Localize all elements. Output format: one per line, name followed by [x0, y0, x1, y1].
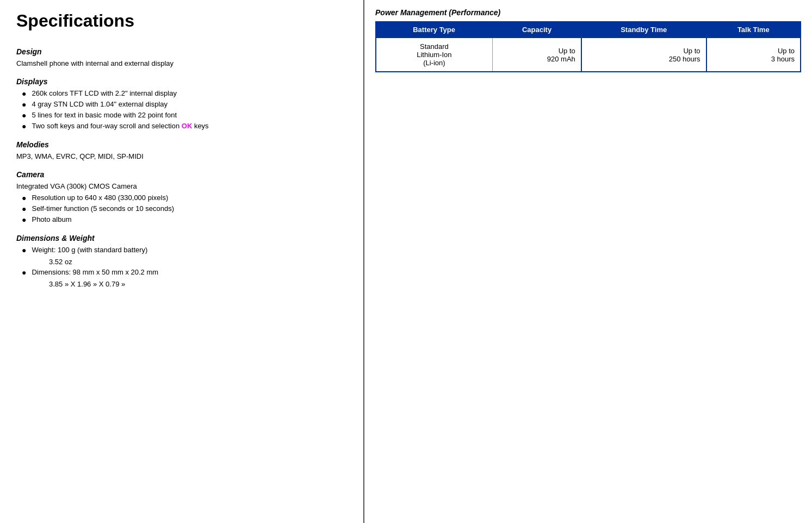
cell-talk: Up to3 hours: [706, 38, 801, 72]
list-item: Weight: 100 g (with standard battery): [22, 246, 347, 254]
col-header-talk: Talk Time: [706, 22, 801, 38]
table-row: StandardLithium-Ion(Li-ion) Up to920 mAh…: [376, 38, 801, 72]
list-item: Self-timer function (5 seconds or 10 sec…: [22, 204, 347, 213]
cell-capacity: Up to920 mAh: [492, 38, 581, 72]
design-heading: Design: [16, 47, 347, 56]
dimensions-section: Dimensions & Weight Weight: 100 g (with …: [16, 234, 347, 288]
list-item: 5 lines for text in basic mode with 22 p…: [22, 111, 347, 120]
design-text: Clamshell phone with internal and extern…: [16, 59, 347, 67]
dimensions-heading: Dimensions & Weight: [16, 234, 347, 242]
displays-section: Displays 260k colors TFT LCD with 2.2" i…: [16, 77, 347, 130]
dimensions-list: Weight: 100 g (with standard battery): [22, 246, 347, 254]
camera-section: Camera Integrated VGA (300k) CMOS Camera…: [16, 170, 347, 224]
camera-intro: Integrated VGA (300k) CMOS Camera: [16, 182, 347, 190]
col-header-standby: Standby Time: [581, 22, 706, 38]
melodies-text: MP3, WMA, EVRC, QCP, MIDI, SP-MIDI: [16, 152, 347, 160]
design-section: Design Clamshell phone with internal and…: [16, 47, 347, 67]
right-panel: Power Management (Performance) Battery T…: [364, 0, 812, 523]
power-table: Battery Type Capacity Standby Time Talk …: [375, 21, 801, 72]
cell-battery-type: StandardLithium-Ion(Li-ion): [376, 38, 492, 72]
page-container: Specifications Design Clamshell phone wi…: [0, 0, 812, 523]
list-item: 4 gray STN LCD with 1.04" external displ…: [22, 100, 347, 109]
melodies-heading: Melodies: [16, 140, 347, 149]
displays-heading: Displays: [16, 77, 347, 86]
table-header-row: Battery Type Capacity Standby Time Talk …: [376, 22, 801, 38]
list-item: Resolution up to 640 x 480 (330,000 pixe…: [22, 194, 347, 202]
dimensions-list-2: Dimensions: 98 mm x 50 mm x 20.2 mm: [22, 268, 347, 277]
melodies-section: Melodies MP3, WMA, EVRC, QCP, MIDI, SP-M…: [16, 140, 347, 160]
power-section-title: Power Management (Performance): [375, 8, 801, 17]
dimensions-sub: 3.85 » X 1.96 » X 0.79 »: [49, 280, 347, 288]
cell-standby: Up to250 hours: [581, 38, 706, 72]
list-item: Two soft keys and four-way scroll and se…: [22, 122, 347, 130]
list-item: 260k colors TFT LCD with 2.2" internal d…: [22, 89, 347, 98]
weight-sub: 3.52 oz: [49, 258, 347, 266]
camera-heading: Camera: [16, 170, 347, 179]
page-title: Specifications: [16, 11, 347, 31]
list-item: Photo album: [22, 215, 347, 224]
camera-list: Resolution up to 640 x 480 (330,000 pixe…: [22, 194, 347, 224]
displays-list: 260k colors TFT LCD with 2.2" internal d…: [22, 89, 347, 130]
list-item: Dimensions: 98 mm x 50 mm x 20.2 mm: [22, 268, 347, 277]
col-header-battery: Battery Type: [376, 22, 492, 38]
col-header-capacity: Capacity: [492, 22, 581, 38]
ok-highlight: OK: [182, 122, 193, 130]
left-panel: Specifications Design Clamshell phone wi…: [0, 0, 364, 523]
